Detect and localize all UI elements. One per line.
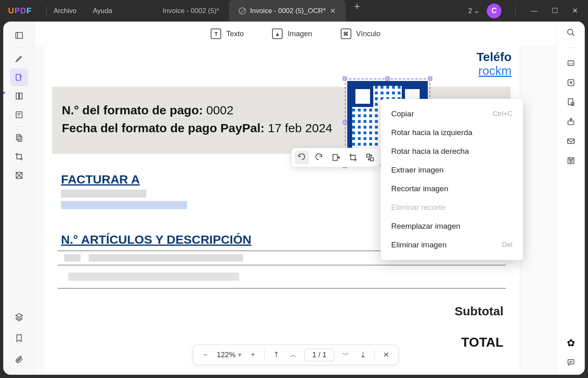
- tab-active[interactable]: Invoice - 0002 (5)_OCR* ✕: [229, 0, 346, 22]
- menu-rotate-left[interactable]: Rotar hacia la izquierda: [381, 123, 523, 142]
- pages-icon[interactable]: [10, 87, 28, 105]
- extract-icon[interactable]: [329, 151, 343, 164]
- resize-handle[interactable]: [343, 120, 347, 125]
- form-icon[interactable]: [10, 106, 28, 124]
- ai-assistant-icon[interactable]: ✿: [567, 337, 575, 349]
- next-page-button[interactable]: ﹀: [340, 349, 351, 361]
- rotate-left-icon[interactable]: [295, 151, 309, 164]
- titlebar-right: 2⌄ C — ☐ ✕: [468, 3, 588, 19]
- first-page-button[interactable]: ⤒: [270, 349, 282, 361]
- svg-rect-17: [567, 139, 574, 144]
- no-edit-icon: [239, 7, 246, 15]
- comment-icon[interactable]: [565, 356, 577, 368]
- separator: [46, 6, 47, 16]
- zoom-out-button[interactable]: −: [200, 349, 211, 361]
- email-icon[interactable]: [565, 135, 577, 147]
- rotate-right-icon[interactable]: [312, 151, 326, 164]
- svg-rect-2: [16, 93, 18, 99]
- separator: [515, 6, 516, 16]
- image-tool[interactable]: ▲Imagen: [272, 28, 312, 39]
- svg-point-19: [570, 160, 572, 163]
- zoom-dropdown[interactable]: 122% ▾: [217, 350, 242, 359]
- highlighter-icon[interactable]: [10, 50, 28, 68]
- text-icon: T: [211, 28, 221, 39]
- image-icon: ▲: [272, 28, 283, 39]
- attachment-icon[interactable]: [10, 350, 28, 368]
- edit-toolbar: TTexto ▲Imagen ⌘Vínculo: [35, 22, 556, 46]
- tool-label: Imagen: [287, 30, 312, 38]
- separator: [264, 350, 265, 360]
- save-icon[interactable]: [565, 155, 577, 167]
- email-link[interactable]: rockm: [477, 64, 512, 78]
- text-tool[interactable]: TTexto: [211, 28, 244, 39]
- resize-handle[interactable]: [385, 76, 390, 81]
- menu-delete-image[interactable]: Eliminar imagenDel: [381, 236, 523, 254]
- titlebar: UPDF Archivo Ayuda Invoice - 0002 (5)* I…: [0, 0, 588, 22]
- menu-remove-crop: Eliminar recorte: [381, 198, 523, 217]
- context-menu: CopiarCtrl+C Rotar hacia la izquierda Ro…: [381, 99, 523, 260]
- svg-rect-6: [18, 136, 22, 141]
- subtotal-label: Subtotal: [455, 304, 503, 318]
- tab-strip: Invoice - 0002 (5)* Invoice - 0002 (5)_O…: [153, 0, 364, 22]
- right-rail: ✿: [556, 22, 585, 375]
- protect-icon[interactable]: [565, 96, 577, 108]
- close-nav-button[interactable]: ✕: [380, 349, 392, 361]
- organize-icon[interactable]: [10, 129, 28, 147]
- redacted-text-selected: [61, 201, 187, 209]
- menu-replace-image[interactable]: Reemplazar imagen: [381, 217, 523, 236]
- page-indicator[interactable]: 1 / 1: [305, 349, 334, 361]
- link-icon: ⌘: [341, 28, 351, 39]
- close-button[interactable]: ✕: [567, 3, 583, 19]
- search-icon[interactable]: [565, 26, 577, 39]
- resize-handle[interactable]: [343, 76, 347, 81]
- menu-rotate-right[interactable]: Rotar hacia la derecha: [381, 142, 523, 161]
- redacted-text: [61, 190, 146, 198]
- menu-crop-image[interactable]: Recortar imagen: [381, 179, 523, 198]
- convert-icon[interactable]: [565, 76, 577, 89]
- tab-inactive[interactable]: Invoice - 0002 (5)*: [153, 0, 229, 22]
- edit-icon[interactable]: [10, 68, 28, 86]
- link-tool[interactable]: ⌘Vínculo: [341, 28, 381, 39]
- telephone-label: Teléfo: [477, 50, 512, 64]
- menu-help[interactable]: Ayuda: [93, 7, 112, 15]
- menu-file[interactable]: Archivo: [53, 7, 76, 15]
- chevron-down-icon: ⌄: [474, 7, 479, 15]
- resize-handle[interactable]: [428, 76, 432, 81]
- page-navigation: − 122% ▾ + ⤒ ︿ 1 / 1 ﹀ ⤓ ✕: [193, 345, 399, 365]
- crop-tool-icon[interactable]: [10, 148, 28, 166]
- layers-icon[interactable]: [10, 308, 28, 326]
- minimize-button[interactable]: —: [526, 3, 542, 19]
- avatar[interactable]: C: [487, 4, 501, 18]
- tool-label: Vínculo: [356, 30, 381, 38]
- separator: [15, 126, 24, 127]
- app-logo: UPDF: [8, 6, 32, 15]
- prev-page-button[interactable]: ︿: [287, 349, 299, 361]
- bookmark-icon[interactable]: [10, 329, 28, 347]
- menu-copy[interactable]: CopiarCtrl+C: [381, 105, 523, 123]
- last-page-button[interactable]: ⤓: [357, 349, 368, 361]
- new-tab-button[interactable]: +: [351, 0, 364, 22]
- window-count[interactable]: 2⌄: [468, 7, 479, 15]
- image-floating-toolbar: [291, 148, 381, 167]
- total-label: TOTAL: [461, 335, 503, 350]
- doc-header-right: Teléfo rockm: [477, 50, 512, 78]
- maximize-button[interactable]: ☐: [547, 3, 563, 19]
- replace-icon[interactable]: [363, 151, 377, 164]
- reader-icon[interactable]: [10, 26, 28, 44]
- separator: [566, 48, 575, 48]
- zoom-in-button[interactable]: +: [247, 349, 259, 361]
- separator: [15, 47, 24, 47]
- menu-extract-image[interactable]: Extraer imagen: [381, 161, 523, 179]
- svg-rect-14: [568, 99, 573, 105]
- tab-label: Invoice - 0002 (5)*: [163, 7, 219, 15]
- svg-rect-8: [333, 155, 338, 161]
- ocr-icon[interactable]: [565, 57, 577, 69]
- share-icon[interactable]: [565, 116, 577, 128]
- svg-rect-10: [370, 158, 373, 161]
- crop-icon[interactable]: [346, 151, 360, 164]
- redact-icon[interactable]: [10, 166, 28, 184]
- left-rail: [3, 22, 35, 375]
- separator: [374, 350, 375, 360]
- close-icon[interactable]: ✕: [330, 7, 336, 15]
- tool-label: Texto: [226, 30, 244, 38]
